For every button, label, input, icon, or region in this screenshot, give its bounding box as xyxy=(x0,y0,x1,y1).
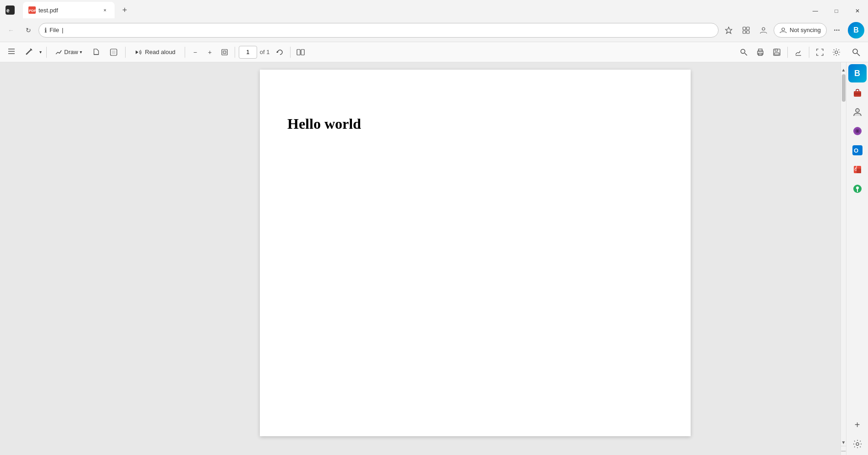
window-controls: — □ ✕ xyxy=(805,0,868,22)
page-number-input[interactable]: 1 xyxy=(239,46,257,59)
new-tab-button[interactable]: + xyxy=(117,3,132,17)
page-split-icon: — xyxy=(841,448,846,453)
browser-icon: e xyxy=(4,4,16,16)
more-options-button[interactable]: ··· xyxy=(830,23,844,38)
left-sidebar xyxy=(0,62,110,455)
sidebar-extensions-button[interactable] xyxy=(848,160,867,179)
svg-point-48 xyxy=(856,186,859,189)
toolbar-right xyxy=(736,45,844,60)
draw-label: Draw xyxy=(64,49,78,55)
sidebar-add-button[interactable]: + xyxy=(848,416,867,434)
zoom-out-button[interactable]: − xyxy=(189,46,202,59)
svg-marker-15 xyxy=(94,49,99,55)
address-bar: ← ↻ ℹ File | Not syncing xyxy=(0,18,868,42)
pdf-settings-button[interactable] xyxy=(829,45,844,60)
svg-point-42 xyxy=(857,130,858,132)
sidebar-essentials-button[interactable] xyxy=(848,122,867,140)
tabbar: e PDF test.pdf × + — □ ✕ xyxy=(0,0,868,18)
bing-sidebar-icon: B xyxy=(854,69,860,78)
sign-button[interactable] xyxy=(791,45,806,60)
svg-point-35 xyxy=(853,49,857,54)
scrollbar[interactable]: ▲ ▼ — xyxy=(841,62,846,455)
find-button[interactable] xyxy=(848,45,864,60)
scrollbar-thumb[interactable] xyxy=(842,74,846,102)
zoom-out-icon: − xyxy=(193,49,197,56)
fullscreen-button[interactable] xyxy=(812,45,828,60)
address-cursor: | xyxy=(62,27,63,33)
read-aloud-label: Read aloud xyxy=(145,49,176,55)
highlight-dropdown[interactable]: ▾ xyxy=(38,45,43,60)
svg-point-39 xyxy=(856,109,859,112)
pdf-hello-world: Hello world xyxy=(287,115,663,132)
pdf-toolbar: ▾ Draw ▾ Read aloud − xyxy=(0,42,868,62)
tab-close-button[interactable]: × xyxy=(101,6,109,14)
bing-button[interactable]: B xyxy=(848,22,864,38)
pdf-content-area: Hello world xyxy=(110,62,841,455)
outline-icon xyxy=(7,47,16,57)
svg-rect-18 xyxy=(112,50,115,54)
svg-point-34 xyxy=(835,51,838,54)
separator-3 xyxy=(185,47,185,58)
outline-button[interactable] xyxy=(4,45,19,60)
tab-title: test.pdf xyxy=(38,7,98,14)
draw-button[interactable]: Draw ▾ xyxy=(50,45,87,60)
scroll-down-button[interactable]: ▼ xyxy=(841,439,846,446)
close-button[interactable]: ✕ xyxy=(847,0,868,22)
bing-icon: B xyxy=(853,26,859,34)
save-button[interactable] xyxy=(769,45,785,60)
rotate-button[interactable] xyxy=(274,46,286,59)
two-page-button[interactable] xyxy=(294,46,307,59)
svg-rect-24 xyxy=(301,49,304,55)
read-aloud-button[interactable]: Read aloud xyxy=(129,45,181,60)
sidebar-outlook-button[interactable]: O xyxy=(848,141,867,159)
address-input[interactable]: ℹ File | xyxy=(38,23,719,38)
svg-text:PDF: PDF xyxy=(29,9,36,13)
svg-point-49 xyxy=(856,443,859,445)
main-area: Hello world ▲ ▼ — B xyxy=(0,62,868,455)
svg-text:O: O xyxy=(854,147,858,154)
svg-marker-19 xyxy=(136,50,138,54)
scrollbar-bottom: — xyxy=(841,446,846,455)
svg-point-10 xyxy=(782,28,785,31)
ink-icon xyxy=(25,47,33,57)
tab-favicon: PDF xyxy=(28,6,36,14)
more-icon: ··· xyxy=(834,26,840,34)
not-syncing-button[interactable]: Not syncing xyxy=(774,23,827,38)
minimize-button[interactable]: — xyxy=(805,0,826,22)
page-colors-button[interactable] xyxy=(106,45,121,60)
svg-rect-7 xyxy=(743,31,746,33)
svg-rect-46 xyxy=(857,169,861,173)
profile-button[interactable] xyxy=(756,23,771,38)
right-sidebar: B xyxy=(846,62,868,455)
search-button[interactable] xyxy=(736,45,752,60)
active-tab[interactable]: PDF test.pdf × xyxy=(23,2,115,18)
maximize-button[interactable]: □ xyxy=(826,0,847,22)
eraser-button[interactable] xyxy=(88,45,104,60)
print-button[interactable] xyxy=(753,45,768,60)
pdf-page: Hello world xyxy=(260,70,691,436)
sidebar-bing-button[interactable]: B xyxy=(848,64,867,82)
fit-page-button[interactable] xyxy=(218,46,231,59)
refresh-button[interactable]: ↻ xyxy=(21,23,36,38)
scroll-up-button[interactable]: ▲ xyxy=(841,66,846,73)
zoom-in-button[interactable]: + xyxy=(203,46,216,59)
separator-2 xyxy=(125,47,126,58)
sidebar-tools-button[interactable] xyxy=(848,83,867,102)
separator-1 xyxy=(46,47,47,58)
separator-6 xyxy=(787,47,788,58)
separator-5 xyxy=(290,47,291,58)
separator-7 xyxy=(809,47,809,58)
highlight-dropdown-icon: ▾ xyxy=(39,49,42,55)
back-button[interactable]: ← xyxy=(4,23,18,38)
sidebar-maps-button[interactable] xyxy=(848,180,867,198)
zoom-in-icon: + xyxy=(208,49,212,56)
separator-4 xyxy=(235,47,235,58)
sidebar-settings-button[interactable] xyxy=(848,435,867,453)
svg-rect-31 xyxy=(775,49,778,51)
sidebar-profile-button[interactable] xyxy=(848,103,867,121)
svg-rect-21 xyxy=(223,51,226,54)
highlight-button[interactable] xyxy=(21,45,37,60)
svg-rect-23 xyxy=(297,49,300,55)
collections-button[interactable] xyxy=(739,23,753,38)
favorites-button[interactable] xyxy=(721,23,736,38)
